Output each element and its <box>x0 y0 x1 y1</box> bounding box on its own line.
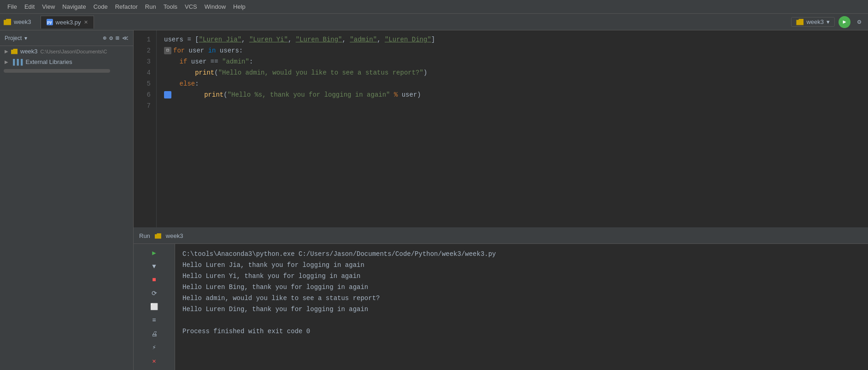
project-badge: week3 <box>4 18 31 25</box>
menu-code[interactable]: Code <box>90 0 111 13</box>
token-format-str: "Hello %s, thank you for logging in agai… <box>228 89 390 100</box>
run-output-line-1: Hello Luren Jia, thank you for logging i… <box>182 260 861 271</box>
token-users-ref: users: <box>216 45 243 56</box>
project-title: week3 <box>14 18 31 25</box>
sidebar-ext-lib-label: External Libraries <box>26 58 72 65</box>
menu-file[interactable]: File <box>4 0 21 13</box>
sidebar-actions: ⊕ ⚙ ⊞ ≪ <box>103 35 129 42</box>
sidebar-collapse-icon[interactable]: ≪ <box>122 35 129 42</box>
menu-bar: File Edit View Navigate Code Refactor Ru… <box>0 0 868 14</box>
run-maximize-button[interactable]: ⬜ <box>148 301 160 312</box>
token-percent-op: % <box>390 89 401 100</box>
run-sidebar: ▶ ▼ ■ ⟳ ⬜ ≡ 🖨 ⚡ ✕ <box>134 244 175 370</box>
sidebar-project-path: C:\Users\Jason\Documents\C <box>41 49 107 54</box>
sidebar-scope-icon[interactable]: ⊕ <box>103 35 107 42</box>
py-file-icon: py <box>47 19 53 25</box>
editor-area: 1 2 3 4 5 6 7 users = ["Luren Jia", "Lur… <box>134 30 868 370</box>
token-eq: = <box>183 34 195 45</box>
run-panel-icon <box>155 233 161 239</box>
token-bracket-open: [ <box>195 34 199 45</box>
menu-navigate[interactable]: Navigate <box>59 0 89 13</box>
token-empty <box>164 100 168 111</box>
token-str2: "Luren Yi" <box>249 34 288 45</box>
token-user: user <box>185 45 208 56</box>
code-line-7 <box>164 100 868 111</box>
sidebar-header: Project ▾ ⊕ ⚙ ⊞ ≪ <box>0 30 133 46</box>
token-space <box>218 56 222 67</box>
menu-view[interactable]: View <box>38 0 59 13</box>
tab-bar: py week3.py ✕ <box>41 16 792 29</box>
run-panel-body: ▶ ▼ ■ ⟳ ⬜ ≡ 🖨 ⚡ ✕ C:\tools\Anaconda3\pyt… <box>134 244 868 370</box>
run-config-badge[interactable]: week3 ▾ <box>791 17 835 27</box>
token-bracket-close: ] <box>431 34 435 45</box>
run-print-button[interactable]: 🖨 <box>148 329 160 339</box>
sidebar-scrollbar[interactable] <box>4 69 110 73</box>
sidebar-gear-icon[interactable]: ⚙ <box>109 35 113 42</box>
token-users-var: users <box>164 34 183 45</box>
token-comma1: , <box>241 34 249 45</box>
token-paren2: ) <box>423 67 427 78</box>
run-panel: Run week3 ▶ ▼ ■ ⟳ ⬜ ≡ 🖨 ⚡ ✕ C:\tools\Ana… <box>134 227 868 370</box>
run-cmd-line: C:\tools\Anaconda3\python.exe C:/Users/J… <box>182 249 861 260</box>
sidebar-title-label: Project ▾ <box>5 35 27 41</box>
run-output-blank <box>182 315 861 326</box>
run-panel-title-text: Run <box>139 232 150 239</box>
run-output-line-4: Hello admin, would you like to see a sta… <box>182 293 861 304</box>
token-hello-admin-str: "Hello admin, would you like to see a st… <box>218 67 423 78</box>
menu-edit[interactable]: Edit <box>21 0 38 13</box>
run-close-button[interactable]: ✕ <box>148 356 160 366</box>
run-output[interactable]: C:\tools\Anaconda3\python.exe C:/Users/J… <box>175 244 868 370</box>
token-for: for <box>173 45 185 56</box>
sidebar: Project ▾ ⊕ ⚙ ⊞ ≪ ▶ week3 C:\Users\Jason… <box>0 30 134 370</box>
code-editor[interactable]: 1 2 3 4 5 6 7 users = ["Luren Jia", "Lur… <box>134 30 868 227</box>
run-scroll-down-button[interactable]: ▼ <box>148 261 160 272</box>
token-user3: user <box>402 89 417 100</box>
run-exit-line: Process finished with exit code 0 <box>182 326 861 337</box>
sidebar-dropdown-icon[interactable]: ▾ <box>24 35 27 41</box>
token-str1: "Luren Jia" <box>199 34 241 45</box>
code-content[interactable]: users = ["Luren Jia", "Luren Yi", "Luren… <box>157 30 868 227</box>
code-line-2: ⊟for user in users: <box>164 45 868 56</box>
sidebar-item-external-libraries[interactable]: ▶ ▐▐▐ External Libraries <box>0 57 133 67</box>
token-comma3: , <box>342 34 350 45</box>
run-panel-header: Run week3 <box>134 228 868 244</box>
menu-tools[interactable]: Tools <box>160 0 181 13</box>
token-print2: print <box>173 89 223 100</box>
menu-window[interactable]: Window <box>201 0 229 13</box>
tab-filename: week3.py <box>56 19 81 26</box>
menu-refactor[interactable]: Refactor <box>111 0 141 13</box>
sidebar-item-week3[interactable]: ▶ week3 C:\Users\Jason\Documents\C <box>0 46 133 57</box>
token-comma2: , <box>288 34 296 45</box>
token-paren4: ) <box>417 89 421 100</box>
token-str4: "admin" <box>350 34 377 45</box>
sidebar-layout-icon[interactable]: ⊞ <box>116 35 119 42</box>
token-colon2: : <box>195 78 199 89</box>
run-output-line-5: Hello Luren Ding, thank you for logging … <box>182 304 861 315</box>
token-eqeq: == <box>211 56 218 67</box>
token-str3: "Luren Bing" <box>296 34 342 45</box>
run-settings-button[interactable]: ≡ <box>148 315 160 326</box>
run-config-dropdown-icon[interactable]: ▾ <box>827 18 830 25</box>
token-paren3: ( <box>223 89 227 100</box>
code-line-1: users = ["Luren Jia", "Luren Yi", "Luren… <box>164 34 868 45</box>
run-config-icon <box>796 19 803 25</box>
menu-help[interactable]: Help <box>229 0 249 13</box>
fold-icon-2[interactable]: ⊟ <box>164 47 171 54</box>
menu-vcs[interactable]: VCS <box>181 0 201 13</box>
token-if: if <box>164 56 187 67</box>
run-button[interactable]: ▶ <box>839 16 850 28</box>
token-str5: "Luren Ding" <box>385 34 431 45</box>
tab-week3py[interactable]: py week3.py ✕ <box>41 16 94 29</box>
run-stop-button[interactable]: ■ <box>148 275 160 285</box>
run-rerun-button[interactable]: ⟳ <box>148 288 160 299</box>
menu-run[interactable]: Run <box>141 0 160 13</box>
run-config-name: week3 <box>806 18 824 25</box>
line-numbers: 1 2 3 4 5 6 7 <box>134 30 157 227</box>
code-line-4: print("Hello admin, would you like to se… <box>164 67 868 78</box>
tab-close-button[interactable]: ✕ <box>84 19 88 25</box>
run-play-button[interactable]: ▶ <box>148 248 160 258</box>
sidebar-title-text: Project <box>5 35 22 41</box>
sidebar-library-icon: ▐▐▐ <box>11 59 23 65</box>
run-flash-button[interactable]: ⚡ <box>148 342 160 353</box>
more-options-button[interactable]: ⚙ <box>854 17 864 27</box>
